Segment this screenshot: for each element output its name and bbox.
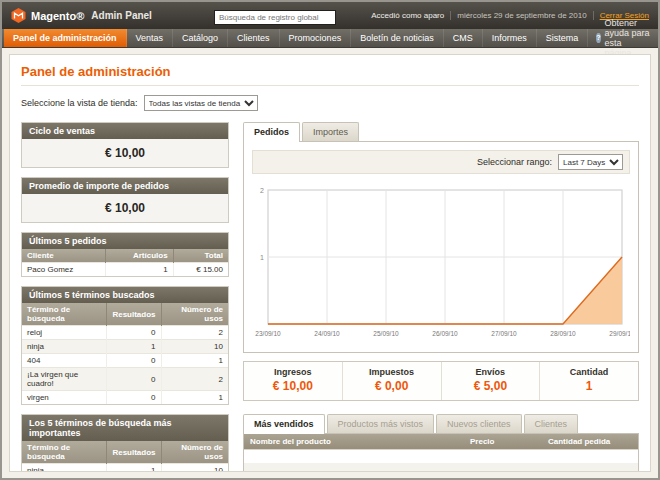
table-cell: € 15.00 [173,263,228,277]
table-row: virgen01 [22,391,228,405]
tab-customers[interactable]: Clientes [524,414,579,433]
total-revenue: Ingresos € 10,00 [244,362,342,400]
nav-item-reports[interactable]: Informes [483,29,537,47]
separator [450,11,451,20]
orders-chart: 1223/09/1024/09/1025/09/1026/09/1027/09/… [252,182,630,344]
dashboard-right-column: Pedidos Importes Seleccionar rango: Last… [243,122,639,472]
logged-in-as: Accedió como aparo [371,11,444,20]
table-header-row: ClienteArtículosTotal [22,249,228,263]
page-help-link[interactable]: ? Obtener ayuda para esta página [588,29,658,47]
panel-last-orders: Últimos 5 pedidos ClienteArtículosTotalP… [21,232,229,277]
table-row: 40401 [22,354,228,368]
svg-text:28/09/10: 28/09/10 [550,330,576,337]
global-search-input[interactable] [214,10,336,25]
panel-title: Promedio de importe de pedidos [22,178,228,194]
table-header-row: Término de búsquedaResultadosNúmero de u… [22,441,228,464]
table-cell: ninja [22,340,107,354]
nav-item-system[interactable]: Sistema [537,29,589,47]
store-view-select[interactable]: Todas las vistas de tienda [144,95,258,111]
tab-amounts[interactable]: Importes [302,122,359,141]
help-icon: ? [596,33,600,43]
table-row: ninja110 [22,340,228,354]
tab-bestsellers[interactable]: Más vendidos [243,414,325,434]
grid-header-row: Nombre del producto Precio Cantidad pedi… [244,434,638,449]
global-search [214,6,336,25]
column-header: Artículos [106,249,173,263]
bestsellers-grid: Nombre del producto Precio Cantidad pedi… [243,433,639,472]
title-divider [21,85,639,86]
table-cell: 2 [161,326,228,340]
table-header-row: Término de búsquedaResultadosNúmero de u… [22,303,228,326]
column-header: Resultados [107,441,161,464]
last-search-terms-table: Término de búsquedaResultadosNúmero de u… [22,303,228,404]
lifetime-sales-value: € 10,00 [22,139,228,167]
total-tax: Impuestos € 0,00 [342,362,441,400]
brand-subtitle: Admin Panel [91,10,152,21]
table-cell: 0 [107,368,161,391]
top-header-bar: Magento® Admin Panel Accedió como aparo … [2,2,658,29]
top-search-terms-table: Término de búsquedaResultadosNúmero de u… [22,441,228,472]
table-cell: 1 [161,391,228,405]
page-title: Panel de administración [21,64,639,79]
nav-item-promotions[interactable]: Promociones [280,29,352,47]
panel-lifetime-sales: Ciclo de ventas € 10,00 [21,122,229,168]
total-label: Ingresos [248,367,338,377]
table-cell: 2 [161,368,228,391]
total-label: Cantidad [544,367,634,377]
orders-tab-panel: Seleccionar rango: Last 7 Days 1223/09/1… [243,141,639,353]
svg-text:1: 1 [260,254,264,261]
separator [593,11,594,20]
brand: Magento® Admin Panel [11,8,152,23]
range-selector-bar: Seleccionar rango: Last 7 Days [252,150,630,174]
table-cell: ¡La virgen que cuadro! [22,368,107,391]
table-cell: 0 [107,326,161,340]
panel-title: Ciclo de ventas [22,123,228,139]
table-row: ninja110 [22,464,228,473]
range-label: Seleccionar rango: [477,157,552,167]
nav-item-dashboard[interactable]: Panel de administración [4,29,127,47]
bottom-tabs: Más vendidos Productos más vistos Nuevos… [243,414,639,433]
total-shipping: Envíos € 5,00 [441,362,540,400]
table-cell: reloj [22,326,107,340]
column-header: Resultados [107,303,161,326]
dashboard: Ciclo de ventas € 10,00 Promedio de impo… [21,122,639,472]
tab-most-viewed[interactable]: Productos más vistos [327,414,435,433]
svg-text:27/09/10: 27/09/10 [491,330,517,337]
content-outer: Panel de administración Seleccione la vi… [2,48,658,478]
svg-text:26/09/10: 26/09/10 [432,330,458,337]
table-cell: 1 [106,263,173,277]
nav-item-cms[interactable]: CMS [444,29,483,47]
tab-new-customers[interactable]: Nuevos clientes [436,414,522,433]
total-label: Envíos [446,367,536,377]
nav-item-customers[interactable]: Clientes [228,29,280,47]
column-header-product: Nombre del producto [244,434,464,449]
chart-wrap: 1223/09/1024/09/1025/09/1026/09/1027/09/… [252,174,630,344]
column-header: Número de usos [161,303,228,326]
nav-item-sales[interactable]: Ventas [127,29,174,47]
column-header: Cliente [22,249,106,263]
nav-item-newsletter[interactable]: Boletín de noticias [351,29,444,47]
table-cell: 1 [107,464,161,473]
column-header: Término de búsqueda [22,441,107,464]
chart-tabs: Pedidos Importes [243,122,639,141]
store-view-switcher: Seleccione la vista de tienda: Todas las… [21,95,639,111]
table-cell: virgen [22,391,107,405]
panel-last-search-terms: Últimos 5 términos buscados Término de b… [21,286,229,405]
nav-item-catalog[interactable]: Catálogo [173,29,228,47]
magento-logo-icon [11,8,26,23]
svg-text:2: 2 [260,187,264,194]
tab-orders[interactable]: Pedidos [243,122,300,142]
table-cell: 0 [107,354,161,368]
average-order-value: € 10,00 [22,194,228,222]
magento-admin-window: Magento® Admin Panel Accedió como aparo … [0,0,660,480]
bottom-grids-block: Más vendidos Productos más vistos Nuevos… [243,414,639,472]
svg-text:25/09/10: 25/09/10 [373,330,399,337]
column-header: Número de usos [161,441,228,464]
table-cell: 404 [22,354,107,368]
svg-text:29/09/10: 29/09/10 [609,330,630,337]
total-value: € 0,00 [347,379,437,393]
range-select[interactable]: Last 7 Days [558,154,623,170]
column-header: Total [173,249,228,263]
table-cell: 10 [161,464,228,473]
total-label: Impuestos [347,367,437,377]
